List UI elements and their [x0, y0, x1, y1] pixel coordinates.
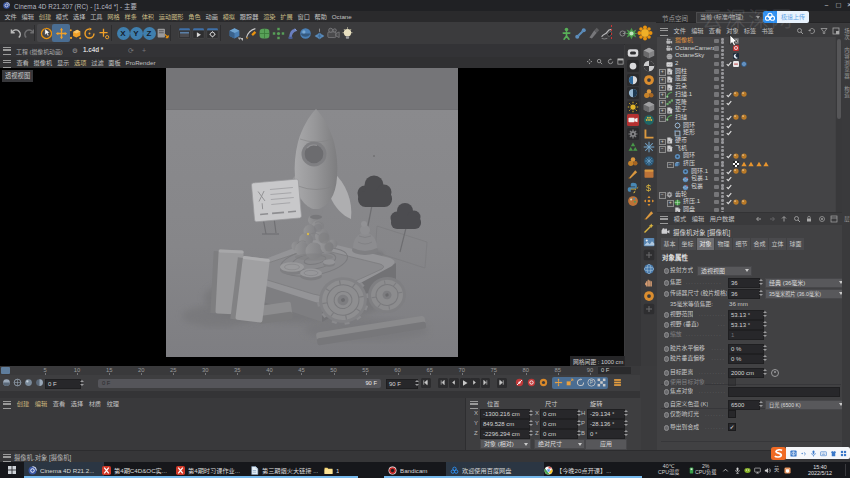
tray-item[interactable] [722, 462, 729, 478]
param-field[interactable]: 36 [728, 289, 760, 299]
pan-icon[interactable] [586, 58, 593, 65]
search-icon[interactable] [796, 27, 804, 35]
tag-mat[interactable] [733, 114, 739, 120]
menu-模拟[interactable]: 模拟 [220, 11, 237, 22]
palette-icon-photo[interactable] [643, 235, 656, 248]
field-stepper[interactable] [623, 409, 628, 417]
menu-样条[interactable]: 样条 [122, 11, 139, 22]
viewport-menu-显示[interactable]: 显示 [55, 57, 72, 68]
dock-tab-构造[interactable]: 构造 [843, 86, 850, 99]
enabled-check[interactable] [726, 114, 732, 121]
end-frame-stepper[interactable] [414, 379, 419, 387]
anim-dot[interactable] [664, 425, 670, 431]
arrow-up-icon[interactable] [780, 215, 788, 223]
anim-dot[interactable] [664, 356, 670, 362]
layer-chip[interactable] [714, 138, 719, 143]
param-checkbox[interactable] [728, 378, 736, 386]
menu-运动图形[interactable]: 运动图形 [156, 11, 186, 22]
object-name[interactable]: 包裹.1 [691, 175, 708, 183]
record-button[interactable] [515, 378, 525, 388]
palette-icon-box[interactable] [643, 168, 656, 181]
coord-system-tool-button[interactable] [153, 24, 171, 42]
palette-icon-dark[interactable] [643, 303, 656, 316]
menu-Octane[interactable]: Octane [329, 11, 354, 22]
palette-icon-ruler[interactable] [643, 127, 656, 140]
palette-icon-gear[interactable] [627, 127, 640, 140]
taskbar-task[interactable]: 第4期时习课作业... [172, 462, 252, 478]
palette-icon-rocks[interactable] [643, 87, 656, 100]
menu-窗口[interactable]: 窗口 [295, 11, 312, 22]
object-name[interactable]: OctaneCamera [675, 45, 716, 53]
anim-dot[interactable] [664, 412, 670, 418]
field-stepper[interactable] [623, 429, 628, 437]
viewport-menu-选项[interactable]: 选项 [72, 57, 89, 68]
tag-mat[interactable] [741, 91, 747, 97]
layer-chip[interactable] [714, 69, 719, 74]
tag-tri[interactable] [748, 161, 754, 167]
object-name[interactable]: 硬币 [675, 137, 687, 145]
field-stepper[interactable] [528, 429, 533, 437]
layer-chip[interactable] [714, 177, 719, 182]
object-row-垫子[interactable]: +垫子 [657, 106, 835, 114]
palette-icon-pen[interactable] [627, 168, 640, 181]
scrollbar-thumb[interactable] [837, 39, 841, 119]
object-name[interactable]: 挤压.1 [683, 198, 700, 206]
tag-blue[interactable] [741, 61, 747, 67]
menu-角色[interactable]: 角色 [186, 11, 203, 22]
layer-chip[interactable] [714, 146, 719, 151]
anim-dot[interactable] [664, 322, 670, 328]
object-row-挤压.1[interactable]: +挤压.1 [657, 198, 835, 206]
object-row-圆环.1[interactable]: 圆环.1 [657, 168, 835, 176]
param-field[interactable]: 36 [728, 278, 760, 288]
layer-chip[interactable] [714, 54, 719, 59]
am-menu-模式[interactable]: 模式 [671, 213, 689, 225]
object-name[interactable]: 垫子 [675, 106, 687, 114]
menu-模式[interactable]: 模式 [53, 11, 70, 22]
tag-checker[interactable] [733, 161, 739, 167]
om-menu-文件[interactable]: 文件 [671, 24, 689, 37]
am-menu-用户数据[interactable]: 用户数据 [707, 213, 737, 225]
layer-chip[interactable] [714, 162, 719, 167]
attribute-tab-对象[interactable]: 对象 [697, 238, 714, 250]
timeline-slider[interactable]: 0 F 90 F [98, 379, 381, 388]
anim-dot[interactable] [664, 380, 670, 386]
palette-icon-moon[interactable] [627, 87, 640, 100]
attribute-tab-坐标[interactable]: 坐标 [679, 238, 696, 250]
anim-s3[interactable] [24, 378, 33, 387]
anim-dot[interactable] [664, 291, 670, 297]
material-menu-创建[interactable]: 创建 [14, 398, 32, 410]
anim-s2[interactable] [13, 378, 22, 387]
attribute-tab-立体[interactable]: 立体 [769, 238, 786, 250]
goto-end-button[interactable] [497, 378, 507, 388]
render-settings-tool-button[interactable] [203, 24, 221, 42]
layer-chip[interactable] [714, 77, 719, 82]
history-icon[interactable] [808, 27, 816, 35]
field-stepper[interactable] [762, 368, 767, 376]
prev-key-button[interactable] [438, 378, 448, 388]
anim-s1[interactable] [2, 378, 11, 387]
lock-icon[interactable] [805, 215, 813, 223]
field-stepper[interactable] [528, 409, 533, 417]
object-row-云朵[interactable]: +云朵 [657, 83, 835, 91]
anim-s4[interactable] [35, 378, 44, 387]
rotation-field[interactable]: 0 ° [587, 429, 625, 439]
palette-icon-recycle[interactable] [627, 141, 640, 154]
palette-icon-hand[interactable] [643, 276, 656, 289]
menu-动画[interactable]: 动画 [203, 11, 220, 22]
tray-item[interactable]: 英 [774, 462, 779, 478]
palette-icon-wand[interactable] [643, 222, 656, 235]
taskbar-task[interactable]: 第三期烟火大链接 ... [246, 462, 326, 478]
next-key-button[interactable] [481, 378, 491, 388]
camera-render-region[interactable] [166, 68, 458, 357]
prev-frame-button[interactable] [449, 378, 459, 388]
playhead[interactable] [1, 367, 10, 374]
menu-帮助[interactable]: 帮助 [312, 11, 329, 22]
anim-dot[interactable] [664, 370, 670, 376]
next-frame-button[interactable] [470, 378, 480, 388]
tray-item[interactable] [784, 462, 791, 478]
dock-tab-layers[interactable]: 层 [843, 216, 850, 223]
object-row-飞机[interactable]: −飞机 [657, 145, 835, 153]
tray-item[interactable] [688, 462, 695, 478]
object-row-OctaneCamera[interactable]: OctaneCamera [657, 45, 835, 53]
param-field[interactable]: 53.13 ° [728, 310, 764, 320]
